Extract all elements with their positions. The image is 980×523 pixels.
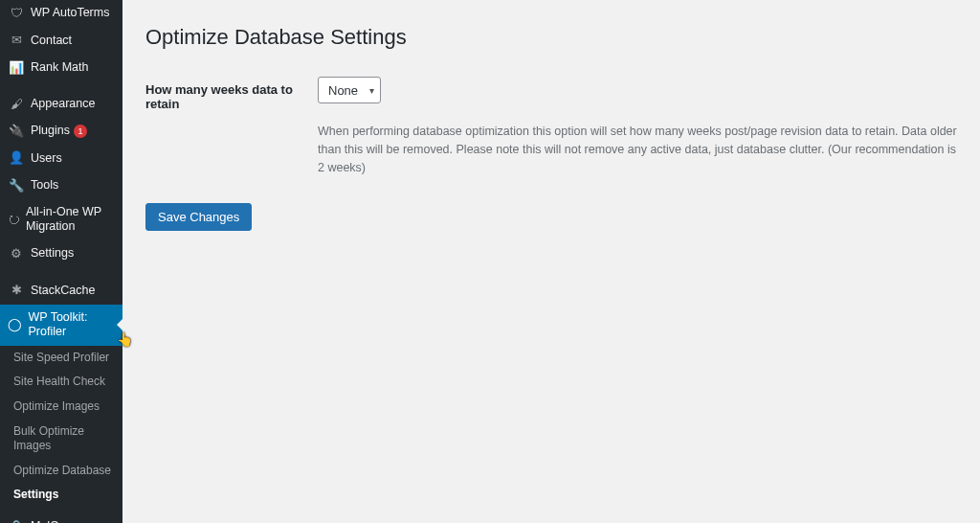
retain-weeks-row: How many weeks data to retain None ▾ xyxy=(145,77,957,111)
page-title: Optimize Database Settings xyxy=(145,25,957,50)
save-changes-button[interactable]: Save Changes xyxy=(145,203,252,231)
sidebar-item-label: Tools xyxy=(31,178,58,193)
chevron-down-icon: ▾ xyxy=(369,85,374,96)
wrench-icon: 🔧 xyxy=(8,178,25,193)
brush-icon: 🖌 xyxy=(8,97,25,112)
select-value: None xyxy=(328,83,358,98)
submenu-site-speed-profiler[interactable]: Site Speed Profiler xyxy=(0,346,122,371)
retain-weeks-description: When performing database optimization th… xyxy=(318,123,957,176)
circle-icon: ◯ xyxy=(8,317,23,332)
sidebar-item-wp-autoterms[interactable]: 🛡 WP AutoTerms xyxy=(0,0,122,27)
sliders-icon: ⚙ xyxy=(8,246,25,262)
submenu-optimize-images[interactable]: Optimize Images xyxy=(0,395,122,420)
refresh-icon: ⭮ xyxy=(8,212,20,227)
sidebar-item-aio-migration[interactable]: ⭮ All-in-One WP Migration xyxy=(0,199,122,240)
update-badge: 1 xyxy=(74,125,87,138)
submenu-settings[interactable]: Settings xyxy=(0,483,122,508)
main-content: Optimize Database Settings How many week… xyxy=(122,0,980,523)
sidebar-item-label: MalCare xyxy=(31,519,76,523)
sidebar-item-label: WP Toolkit: Profiler xyxy=(29,310,116,340)
sidebar-item-users[interactable]: 👤 Users xyxy=(0,145,122,171)
submenu-optimize-database[interactable]: Optimize Database xyxy=(0,459,122,484)
sidebar-item-label: All-in-One WP Migration xyxy=(26,205,115,235)
gear-icon: ✱ xyxy=(8,283,25,298)
sidebar-item-label: Appearance xyxy=(31,97,95,112)
user-icon: 👤 xyxy=(8,150,25,166)
mail-icon: ✉ xyxy=(8,33,25,48)
sidebar-item-contact[interactable]: ✉ Contact xyxy=(0,27,122,54)
sidebar-item-stackcache[interactable]: ✱ StackCache xyxy=(0,277,122,304)
sidebar-item-tools[interactable]: 🔧 Tools xyxy=(0,172,122,199)
sidebar-item-plugins[interactable]: 🔌 Plugins 1 xyxy=(0,118,122,145)
sidebar-item-label: Contact xyxy=(31,34,72,49)
retain-weeks-select[interactable]: None ▾ xyxy=(318,77,381,103)
chart-icon: 📊 xyxy=(8,60,25,76)
sidebar-item-rank-math[interactable]: 📊 Rank Math xyxy=(0,55,122,81)
submenu-bulk-optimize-images[interactable]: Bulk Optimize Images xyxy=(0,420,122,459)
retain-weeks-label: How many weeks data to retain xyxy=(145,77,318,111)
admin-sidebar: 🛡 WP AutoTerms ✉ Contact 📊 Rank Math 🖌 A… xyxy=(0,0,122,523)
submenu-site-health-check[interactable]: Site Health Check xyxy=(0,370,122,395)
sidebar-item-wp-toolkit-profiler[interactable]: ◯ WP Toolkit: Profiler xyxy=(0,305,122,346)
shield-icon: 🛡 xyxy=(8,6,25,21)
hand-cursor-icon: 👆 xyxy=(117,331,133,347)
plug-icon: 🔌 xyxy=(8,124,25,139)
sidebar-item-appearance[interactable]: 🖌 Appearance xyxy=(0,91,122,118)
sidebar-item-malcare[interactable]: 🔒 MalCare xyxy=(0,513,122,523)
sidebar-item-label: Plugins xyxy=(31,124,70,139)
sidebar-item-label: StackCache xyxy=(31,284,95,299)
sidebar-item-label: Users xyxy=(31,151,62,167)
sidebar-item-label: Rank Math xyxy=(31,60,88,76)
sidebar-item-label: WP AutoTerms xyxy=(31,6,109,21)
lock-icon: 🔒 xyxy=(8,519,25,523)
sidebar-item-settings[interactable]: ⚙ Settings xyxy=(0,240,122,267)
sidebar-item-label: Settings xyxy=(31,246,74,262)
